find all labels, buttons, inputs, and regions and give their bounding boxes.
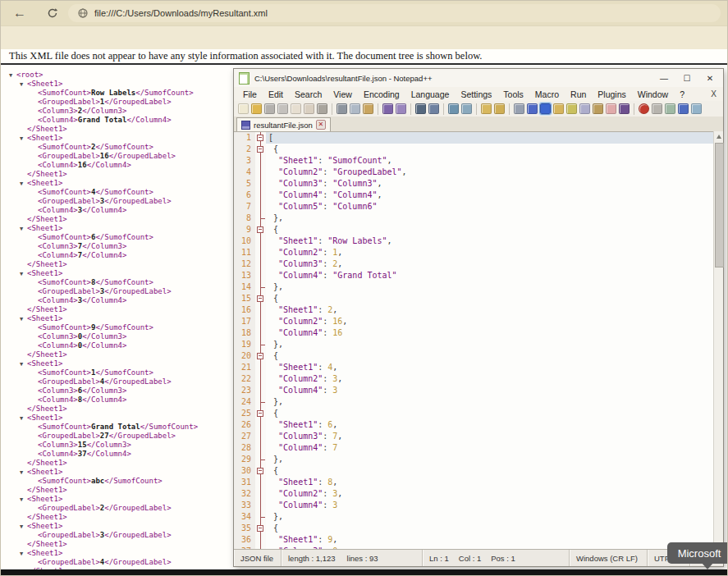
reload-icon[interactable] <box>43 4 62 22</box>
menu-item-encoding[interactable]: Encoding <box>358 89 405 99</box>
collapse-arrow-icon[interactable]: ▼ <box>9 71 16 80</box>
folder-as-workspace-icon[interactable] <box>593 103 603 114</box>
fold-collapse-icon[interactable] <box>257 295 263 302</box>
sync-horizontal-scrolling-icon[interactable] <box>494 103 505 114</box>
collapse-arrow-icon[interactable]: ▼ <box>20 80 27 89</box>
menu-item-file[interactable]: File <box>237 89 263 99</box>
word-wrap-icon[interactable] <box>514 103 524 114</box>
minimize-button[interactable]: — <box>652 69 675 87</box>
fold-collapse-icon[interactable] <box>257 146 263 153</box>
fold-collapse-icon[interactable] <box>257 410 263 417</box>
close-all-documents-icon[interactable] <box>304 103 314 114</box>
save-icon[interactable] <box>264 103 275 114</box>
scroll-up-icon[interactable] <box>714 131 724 141</box>
scrollbar-thumb[interactable] <box>715 143 724 267</box>
notepad-titlebar[interactable]: C:\Users\Downloads\resultantFile.json - … <box>234 69 723 87</box>
find-icon[interactable] <box>415 103 426 114</box>
document-map-icon[interactable] <box>566 103 577 114</box>
monitoring-icon[interactable] <box>606 103 616 114</box>
menu-item-plugins[interactable]: Plugins <box>592 89 631 99</box>
xml-tag: </Column4> <box>82 251 126 259</box>
collapse-arrow-icon[interactable]: ▼ <box>20 414 27 423</box>
document-close-icon[interactable]: X <box>711 89 717 98</box>
xml-text-node: Grand Total <box>78 116 127 124</box>
macro-stop-icon[interactable] <box>652 103 662 114</box>
address-bar[interactable]: file:///C:/Users/Downloads/myResultant.x… <box>68 4 721 22</box>
json-string: "Column4" <box>332 190 377 199</box>
json-string: "Column2" <box>278 167 323 176</box>
fold-collapse-icon[interactable] <box>257 226 263 233</box>
paste-icon[interactable] <box>363 103 373 114</box>
xml-tree-line: ▼<Sheet1> <box>9 359 231 368</box>
replace-icon[interactable] <box>428 103 439 114</box>
status-ln: Ln : 1 <box>429 554 449 563</box>
maximize-button[interactable]: ☐ <box>675 69 698 87</box>
macro-play-icon[interactable] <box>665 103 675 114</box>
json-string: "Column4" <box>278 386 323 395</box>
macro-record-icon[interactable] <box>639 103 649 114</box>
fold-collapse-icon[interactable] <box>257 525 263 532</box>
collapse-arrow-icon[interactable]: ▼ <box>20 469 27 478</box>
zoom-out-icon[interactable] <box>461 103 472 114</box>
zoom-in-icon[interactable] <box>448 103 459 114</box>
menu-item-settings[interactable]: Settings <box>455 89 497 99</box>
collapse-arrow-icon[interactable]: ▼ <box>20 225 27 234</box>
collapse-arrow-icon[interactable]: ▼ <box>20 360 27 369</box>
back-icon[interactable]: ← <box>11 4 29 22</box>
view-eye-icon[interactable] <box>619 103 630 114</box>
fold-line <box>260 431 261 442</box>
collapse-arrow-icon[interactable]: ▼ <box>20 270 27 279</box>
code-text: "Sheet1": 4, <box>266 362 723 373</box>
menu-item-window[interactable]: Window <box>632 89 674 99</box>
menu-item-run[interactable]: Run <box>565 89 592 99</box>
xml-tag: <Column4> <box>38 161 78 169</box>
menu-item-help[interactable]: ? <box>674 89 690 99</box>
print-icon[interactable] <box>317 103 327 114</box>
fold-margin <box>255 178 266 190</box>
status-eol[interactable]: Windows (CR LF) <box>570 550 648 566</box>
fold-collapse-icon[interactable] <box>257 135 263 141</box>
cut-icon[interactable] <box>337 103 347 114</box>
code-editor[interactable]: 1[2 {3 "Sheet1": "SumofCount",4 "Column2… <box>234 131 723 552</box>
close-button[interactable]: ✕ <box>698 69 721 87</box>
sync-vertical-scrolling-icon[interactable] <box>481 103 492 114</box>
undo-icon[interactable] <box>382 103 393 114</box>
tab-resultantfile-json[interactable]: resultantFile.json ✕ <box>236 117 331 131</box>
menu-item-edit[interactable]: Edit <box>263 89 289 99</box>
collapse-arrow-icon[interactable]: ▼ <box>20 315 27 324</box>
menu-item-language[interactable]: Language <box>405 89 456 99</box>
save-all-icon[interactable] <box>277 103 288 114</box>
menu-item-view[interactable]: View <box>327 89 358 99</box>
menu-item-search[interactable]: Search <box>289 89 327 99</box>
close-document-icon[interactable] <box>291 103 301 114</box>
fold-line <box>260 258 261 270</box>
collapse-arrow-icon[interactable]: ▼ <box>20 523 27 532</box>
fold-collapse-icon[interactable] <box>257 468 263 474</box>
xml-style-notice: This XML file does not appear to have an… <box>9 50 482 62</box>
code-text: "Column2": 3, <box>266 373 723 385</box>
editor-line: 30 { <box>234 465 723 477</box>
new-file-icon[interactable] <box>238 103 249 114</box>
collapse-arrow-icon[interactable]: ▼ <box>20 135 27 144</box>
indent-guide-icon[interactable] <box>540 103 551 114</box>
function-list-icon[interactable] <box>553 103 564 114</box>
show-all-characters-icon[interactable] <box>527 103 538 114</box>
tab-close-icon[interactable]: ✕ <box>316 120 326 130</box>
open-folder-icon[interactable] <box>251 103 262 114</box>
fold-collapse-icon[interactable] <box>257 353 263 359</box>
copy-icon[interactable] <box>350 103 360 114</box>
collapse-arrow-icon[interactable]: ▼ <box>20 496 27 505</box>
macro-save-icon[interactable] <box>678 103 689 114</box>
menu-item-macro[interactable]: Macro <box>529 89 565 99</box>
editor-scrollbar[interactable] <box>713 131 723 551</box>
collapse-arrow-icon[interactable]: ▼ <box>20 180 27 189</box>
document-list-icon[interactable] <box>579 103 590 114</box>
collapse-arrow-icon[interactable]: ▼ <box>20 550 27 559</box>
macro-run-icon[interactable] <box>691 103 702 114</box>
editor-line: 34 }, <box>234 511 723 523</box>
menu-item-tools[interactable]: Tools <box>497 89 529 99</box>
xml-tree-line: ▼<Sheet1> <box>9 224 231 233</box>
line-number: 28 <box>234 442 255 454</box>
xml-tag: </Sheet1> <box>27 125 67 133</box>
redo-icon[interactable] <box>396 103 406 114</box>
